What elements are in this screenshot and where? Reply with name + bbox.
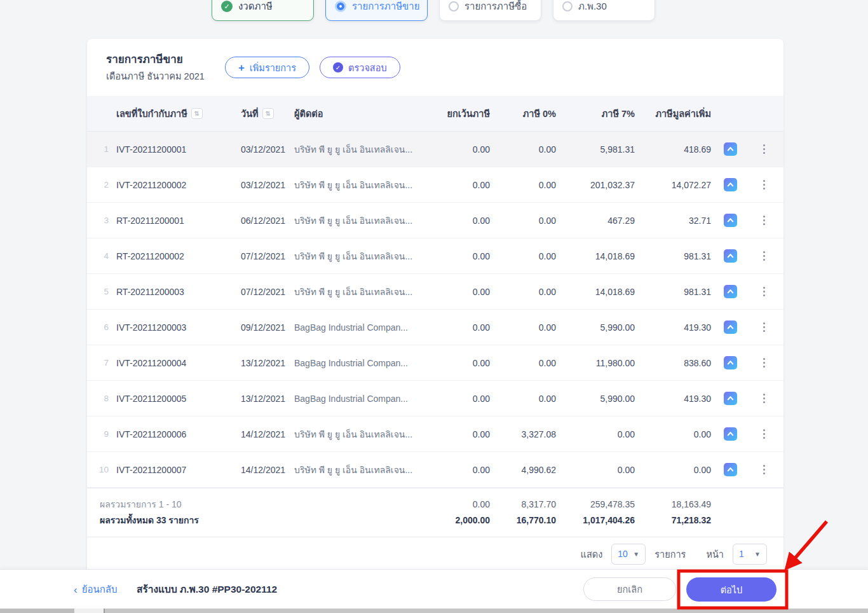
row-number: 7 bbox=[92, 358, 109, 368]
row-menu-icon[interactable] bbox=[763, 358, 765, 368]
invoice-date: 13/12/2021 bbox=[233, 394, 287, 404]
document-link-icon[interactable] bbox=[724, 356, 737, 369]
chevron-down-icon: ▼ bbox=[633, 551, 639, 558]
tax7-amount: 5,990.00 bbox=[556, 322, 635, 333]
column-date: วันที่ ⇅ bbox=[233, 106, 287, 121]
tax0-amount: 0.00 bbox=[490, 180, 556, 190]
pagination-bar: แสดง 10 ▼ รายการ หน้า 1 ▼ bbox=[87, 537, 783, 570]
row-number: 10 bbox=[92, 465, 109, 474]
summary-total-tax7: 1,017,404.26 bbox=[556, 515, 635, 525]
table-header: เลขที่ใบกำกับภาษี ⇅ วันที่ ⇅ ผู้ติดต่อ ย… bbox=[87, 96, 783, 132]
add-item-button[interactable]: + เพิ่มรายการ bbox=[225, 57, 309, 78]
table-row[interactable]: 6 IVT-20211200003 09/12/2021 BagBag Indu… bbox=[87, 310, 783, 345]
exempt-amount: 0.00 bbox=[439, 358, 490, 368]
tax7-amount: 0.00 bbox=[556, 429, 635, 439]
table-row[interactable]: 10 IVT-20211200007 14/12/2021 บริษัท พี … bbox=[87, 452, 783, 488]
tab-tax-period[interactable]: ✓ งวดภาษี bbox=[212, 0, 314, 21]
invoice-number: IVT-20211200004 bbox=[109, 358, 233, 368]
row-menu-icon[interactable] bbox=[763, 394, 765, 403]
cancel-label: ยกเลิก bbox=[617, 582, 642, 596]
document-link-icon[interactable] bbox=[724, 214, 737, 227]
tax7-amount: 467.29 bbox=[556, 216, 635, 226]
invoice-number: IVT-20211200007 bbox=[109, 465, 233, 475]
cancel-button[interactable]: ยกเลิก bbox=[583, 577, 676, 601]
tax7-amount: 14,018.69 bbox=[556, 251, 635, 261]
invoice-date: 14/12/2021 bbox=[233, 465, 287, 475]
row-menu-icon[interactable] bbox=[763, 216, 765, 225]
vat-amount: 14,072.27 bbox=[635, 180, 711, 190]
tax0-amount: 0.00 bbox=[490, 358, 556, 368]
tab-label: งวดภาษี bbox=[238, 0, 273, 14]
summary-page-exempt: 0.00 bbox=[439, 499, 490, 509]
contact-name: BagBag Industrial Compan... bbox=[287, 394, 439, 404]
tax0-amount: 0.00 bbox=[490, 394, 556, 404]
document-link-icon[interactable] bbox=[724, 178, 737, 191]
document-link-icon[interactable] bbox=[724, 427, 737, 441]
invoice-date: 07/12/2021 bbox=[233, 251, 287, 261]
document-link-icon[interactable] bbox=[724, 285, 737, 298]
row-number: 5 bbox=[92, 287, 109, 296]
sort-date-icon[interactable]: ⇅ bbox=[262, 108, 274, 119]
horizontal-scrollbar[interactable] bbox=[0, 609, 868, 613]
panel-header: รายการภาษีขาย เดือนภาษี ธันวาคม 2021 + เ… bbox=[87, 39, 783, 96]
table-row[interactable]: 7 IVT-20211200004 13/12/2021 BagBag Indu… bbox=[87, 345, 783, 381]
tab-purchase-tax-items[interactable]: รายการภาษีซื้อ bbox=[439, 0, 541, 21]
table-row[interactable]: 5 RT-20211200003 07/12/2021 บริษัท พี ยู… bbox=[87, 274, 783, 310]
summary-total-vat: 71,218.32 bbox=[635, 515, 711, 525]
contact-name: บริษัท พี ยู ยู เอ็น อินเทลลิเจน... bbox=[287, 214, 439, 228]
vat-amount: 981.31 bbox=[635, 287, 711, 297]
page-size-value: 10 bbox=[618, 549, 628, 559]
table-row[interactable]: 9 IVT-20211200006 14/12/2021 บริษัท พี ย… bbox=[87, 417, 783, 452]
table-row[interactable]: 8 IVT-20211200005 13/12/2021 BagBag Indu… bbox=[87, 381, 783, 417]
scrollbar-divider bbox=[104, 609, 105, 613]
vat-amount: 418.69 bbox=[635, 144, 711, 155]
page-number-select[interactable]: 1 ▼ bbox=[733, 544, 767, 565]
row-menu-icon[interactable] bbox=[763, 287, 765, 296]
table-row[interactable]: 3 RT-20211200001 06/12/2021 บริษัท พี ยู… bbox=[87, 203, 783, 238]
summary-page-tax0: 8,317.70 bbox=[490, 499, 556, 509]
column-tax0: ภาษี 0% bbox=[490, 106, 556, 121]
vat-amount: 32.71 bbox=[635, 216, 711, 226]
table-row[interactable]: 1 IVT-20211200001 03/12/2021 บริษัท พี ย… bbox=[87, 132, 783, 167]
tab-pp30[interactable]: ภ.พ.30 bbox=[553, 0, 655, 21]
summary-total-label: ผลรวมทั้งหมด 33 รายการ bbox=[92, 513, 439, 527]
document-link-icon[interactable] bbox=[724, 392, 737, 405]
vat-amount: 0.00 bbox=[635, 465, 711, 475]
invoice-number: RT-20211200003 bbox=[109, 287, 233, 297]
tax0-amount: 0.00 bbox=[490, 144, 556, 155]
summary-section: ผลรวมรายการ 1 - 10 0.00 8,317.70 259,478… bbox=[87, 488, 783, 537]
verify-button[interactable]: ✓ ตรวจสอบ bbox=[320, 57, 400, 78]
sort-invoice-icon[interactable]: ⇅ bbox=[191, 108, 203, 119]
summary-page-vat: 18,163.49 bbox=[635, 499, 711, 509]
sales-tax-panel: รายการภาษีขาย เดือนภาษี ธันวาคม 2021 + เ… bbox=[87, 39, 783, 570]
next-label: ต่อไป bbox=[721, 582, 743, 597]
row-number: 6 bbox=[92, 322, 109, 332]
row-menu-icon[interactable] bbox=[763, 180, 765, 189]
row-menu-icon[interactable] bbox=[763, 144, 765, 154]
summary-total-tax0: 16,770.10 bbox=[490, 515, 556, 525]
check-circle-icon: ✓ bbox=[221, 1, 233, 12]
tax0-amount: 4,990.62 bbox=[490, 465, 556, 475]
pointer-arrow bbox=[787, 521, 827, 568]
document-link-icon[interactable] bbox=[724, 320, 737, 334]
row-menu-icon[interactable] bbox=[763, 322, 765, 332]
invoice-date: 09/12/2021 bbox=[233, 322, 287, 333]
document-link-icon[interactable] bbox=[724, 142, 737, 156]
contact-name: บริษัท พี ยู ยู เอ็น อินเทลลิเจน... bbox=[287, 142, 439, 156]
row-menu-icon[interactable] bbox=[763, 465, 765, 474]
tab-sales-tax-items[interactable]: รายการภาษีขาย bbox=[325, 0, 428, 21]
next-button[interactable]: ต่อไป bbox=[686, 577, 776, 602]
back-button[interactable]: ‹ ย้อนกลับ bbox=[74, 582, 118, 597]
invoice-date: 06/12/2021 bbox=[233, 216, 287, 226]
exempt-amount: 0.00 bbox=[439, 287, 490, 297]
document-link-icon[interactable] bbox=[724, 249, 737, 263]
column-contact: ผู้ติดต่อ bbox=[287, 106, 439, 121]
row-menu-icon[interactable] bbox=[763, 429, 765, 439]
page-size-select[interactable]: 10 ▼ bbox=[611, 544, 646, 565]
document-link-icon[interactable] bbox=[724, 463, 737, 476]
row-number: 3 bbox=[92, 216, 109, 225]
table-row[interactable]: 4 RT-20211200002 07/12/2021 บริษัท พี ยู… bbox=[87, 238, 783, 274]
tax0-amount: 3,327.08 bbox=[490, 429, 556, 439]
row-menu-icon[interactable] bbox=[763, 251, 765, 261]
table-row[interactable]: 2 IVT-20211200002 03/12/2021 บริษัท พี ย… bbox=[87, 167, 783, 203]
